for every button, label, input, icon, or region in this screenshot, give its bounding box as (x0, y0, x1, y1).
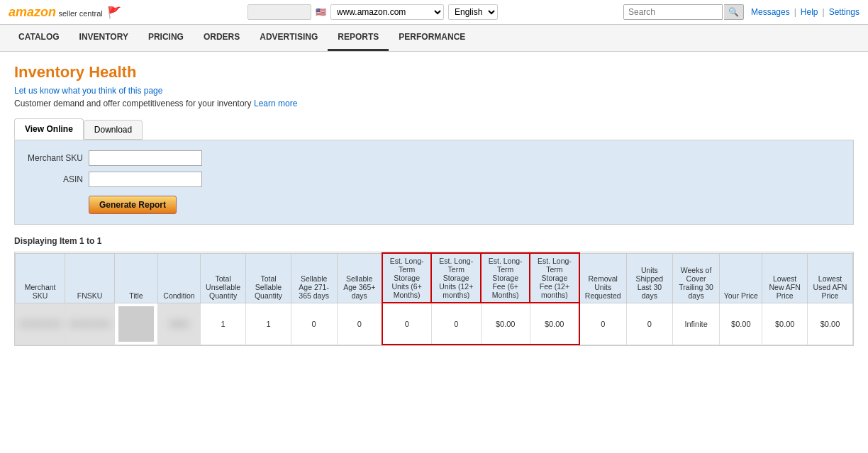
table-cell: 0 (382, 303, 431, 345)
table-cell: $0.00 (808, 303, 853, 345)
table-row: XXXXXXXXXXXXXXXXNEW110000$0.00$0.0000Inf… (16, 303, 853, 345)
flag-icon: 🚩 (107, 6, 121, 19)
col-fnsku: FNSKU (65, 253, 115, 303)
nav-inventory[interactable]: INVENTORY (69, 25, 138, 51)
col-your-price: Your Price (720, 253, 762, 303)
blurred-cell: XXXXXXXX (65, 303, 115, 345)
col-total-sellable: Total Sellable Quantity (246, 253, 291, 303)
col-title: Title (115, 253, 158, 303)
view-online-tab[interactable]: View Online (14, 118, 84, 140)
filter-panel: Merchant SKU ASIN Generate Report (14, 140, 854, 225)
search-input[interactable] (623, 4, 723, 20)
col-merchant-sku: Merchant SKU (16, 253, 65, 303)
col-condition: Condition (158, 253, 201, 303)
messages-link[interactable]: Messages (751, 7, 790, 17)
table-cell: 0 (626, 303, 672, 345)
header-mid: 🇺🇸 www.amazon.com English (129, 4, 616, 20)
col-est-lt-units-6: Est. Long-Term Storage Units (6+ Months) (382, 253, 431, 303)
table-cell: $0.00 (530, 303, 579, 345)
table-header-row: Merchant SKU FNSKU Title Condition Total… (16, 253, 853, 303)
main-content: Inventory Health Let us know what you th… (0, 52, 868, 357)
subtitle: Customer demand and offer competitivenes… (14, 99, 854, 108)
table-cell: 0 (291, 303, 337, 345)
table-cell: 1 (246, 303, 291, 345)
blurred-cell: XXXXXXXX (16, 303, 65, 345)
table-cell: 0 (579, 303, 627, 345)
nav-catalog[interactable]: CATALOG (9, 25, 69, 51)
main-nav: CATALOG INVENTORY PRICING ORDERS ADVERTI… (0, 25, 868, 52)
col-est-lt-units-12: Est. Long-Term Storage Units (12+ months… (431, 253, 481, 303)
col-total-unsellable: Total Unsellable Quantity (201, 253, 246, 303)
col-weeks-cover: Weeks of Cover Trailing 30 days (672, 253, 719, 303)
col-units-shipped: Units Shipped Last 30 days (626, 253, 672, 303)
col-lowest-new: Lowest New AFN Price (762, 253, 808, 303)
table-cell: 0 (431, 303, 481, 345)
table-cell: Infinite (672, 303, 719, 345)
merchant-sku-input[interactable] (89, 150, 202, 166)
settings-link[interactable]: Settings (829, 7, 859, 17)
col-removal-units: Removal Units Requested (579, 253, 627, 303)
language-select[interactable]: English (448, 4, 498, 20)
displaying-text: Displaying Item 1 to 1 (14, 236, 854, 246)
help-link[interactable]: Help (801, 7, 818, 17)
nav-reports[interactable]: REPORTS (328, 25, 389, 51)
view-tabs: View Online Download (14, 118, 854, 140)
nav-orders[interactable]: ORDERS (194, 25, 250, 51)
logo: amazon seller central (9, 5, 103, 20)
logo-area: amazon seller central 🚩 (9, 5, 122, 20)
blurred-cell: NEW (158, 303, 201, 345)
nav-performance[interactable]: PERFORMANCE (389, 25, 475, 51)
col-sellable-365: Sellable Age 365+ days (337, 253, 382, 303)
asin-label: ASIN (26, 174, 83, 184)
search-button[interactable]: 🔍 (724, 4, 744, 20)
download-tab[interactable]: Download (84, 120, 143, 140)
account-selector[interactable] (247, 4, 311, 20)
col-sellable-271: Sellable Age 271-365 days (291, 253, 337, 303)
header-links: Messages | Help | Settings (751, 7, 859, 17)
asin-input[interactable] (89, 172, 202, 187)
table-cell: 0 (337, 303, 382, 345)
header: amazon seller central 🚩 🇺🇸 www.amazon.co… (0, 0, 868, 25)
inventory-table-wrapper: Merchant SKU FNSKU Title Condition Total… (14, 252, 854, 346)
generate-report-button[interactable]: Generate Report (89, 196, 177, 214)
table-cell: $0.00 (720, 303, 762, 345)
feedback-link[interactable]: Let us know what you think of this page (14, 86, 854, 96)
nav-pricing[interactable]: PRICING (138, 25, 194, 51)
seller-central-text: seller central (58, 9, 102, 18)
inventory-table: Merchant SKU FNSKU Title Condition Total… (15, 252, 853, 345)
col-est-lt-fee-12: Est. Long-Term Storage Fee (12+ months) (530, 253, 579, 303)
merchant-sku-row: Merchant SKU (26, 150, 842, 166)
table-cell: $0.00 (481, 303, 530, 345)
nav-advertising[interactable]: ADVERTISING (250, 25, 328, 51)
table-body: XXXXXXXXXXXXXXXXNEW110000$0.00$0.0000Inf… (16, 303, 853, 345)
col-lowest-used: Lowest Used AFN Price (808, 253, 853, 303)
us-flag-icon: 🇺🇸 (316, 7, 326, 17)
marketplace-select[interactable]: www.amazon.com (330, 4, 444, 20)
page-title: Inventory Health (14, 63, 854, 82)
table-cell: $0.00 (762, 303, 808, 345)
learn-more-link[interactable]: Learn more (254, 99, 297, 108)
merchant-sku-label: Merchant SKU (26, 153, 83, 163)
search-area: 🔍 (623, 4, 744, 20)
col-est-lt-fee-6: Est. Long-Term Storage Fee (6+ Months) (481, 253, 530, 303)
table-cell: 1 (201, 303, 246, 345)
amazon-logo: amazon (9, 5, 56, 19)
image-cell (115, 303, 158, 345)
asin-row: ASIN (26, 172, 842, 187)
